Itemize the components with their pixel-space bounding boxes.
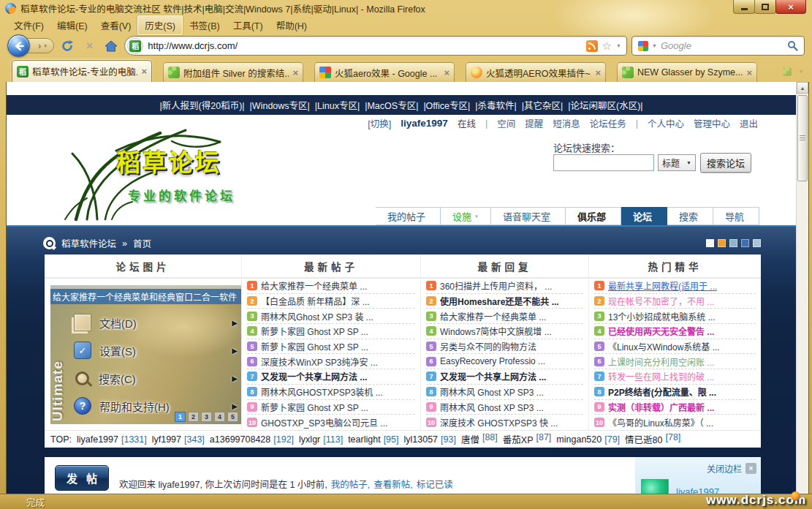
search-bar[interactable]: ▼ Google (631, 36, 805, 56)
top-user[interactable]: 情已逝80 [78] (625, 432, 680, 446)
post-item[interactable]: 8 雨林木风GHOSTXPSP3装机 ... (247, 385, 415, 400)
reply-title[interactable]: EasyRecovery Professio ... (440, 356, 545, 366)
user-bar-item[interactable]: 退出 (740, 116, 758, 130)
pagination-dot[interactable]: 5 (227, 412, 238, 422)
post-item[interactable]: 5 新萝卜家园 Ghost XP SP ... (247, 339, 415, 355)
top-user-name[interactable]: 情已逝80 (625, 432, 662, 446)
top-user-name[interactable]: a13699708428 (210, 434, 270, 445)
top-user[interactable]: 番茄XP [87] (503, 432, 552, 446)
user-bar-item[interactable]: | (636, 118, 638, 129)
top-user-name[interactable]: 唐僧 (461, 432, 479, 446)
menu-item[interactable]: 历史(S) (137, 15, 183, 35)
digest-title[interactable]: 上课时间充分利用空闲账 ... (608, 355, 714, 368)
digest-title[interactable]: 现在帐号不加密了，不用 ... (608, 295, 714, 307)
pagination-dot[interactable]: 4 (214, 412, 225, 422)
reply-item[interactable]: 7 又发现一个共享上网方法 ... (426, 369, 583, 385)
menu-item[interactable]: 文件(F) (7, 16, 50, 34)
bookmark-star-icon[interactable]: ☆ (602, 40, 612, 51)
browser-tab[interactable]: NEW Glasser by Szyme... × (617, 62, 757, 82)
tab-close-icon[interactable]: × (595, 67, 601, 78)
search-engine-caret-icon[interactable]: ▼ (652, 43, 657, 48)
minimize-button[interactable] (733, 0, 755, 14)
style-square[interactable] (753, 239, 761, 247)
reply-item[interactable]: 8 雨林木风 Ghost XP SP3 ... (426, 385, 583, 400)
home-button[interactable] (102, 37, 120, 55)
forum-nav-tab[interactable]: 俱乐部 (566, 207, 621, 225)
category-link[interactable]: |杀毒软件| (475, 98, 517, 112)
forum-nav-tab[interactable]: 我的帖子 (376, 207, 441, 225)
user-bar-item[interactable]: liyafe1997 (401, 118, 448, 129)
forum-nav-tab[interactable]: 导航 (713, 207, 759, 225)
search-forum-button[interactable]: 搜索论坛 (700, 153, 751, 173)
style-square[interactable] (718, 239, 726, 247)
digest-item[interactable]: 1 最新共享上网教程(适用于 ... (594, 279, 756, 294)
post-item[interactable]: 7 又发现一个共享上网方法 ... (247, 369, 415, 385)
post-title[interactable]: 给大家推荐一个经典菜单 ... (261, 279, 367, 292)
reply-title[interactable]: 另类与众不同的购物方法 (440, 340, 536, 352)
pagination-dot[interactable]: 3 (201, 412, 212, 422)
top-user-name[interactable]: lyl13057 (403, 434, 438, 445)
top-user-name[interactable]: tearlight (348, 434, 380, 445)
reply-title[interactable]: 雨林木风 Ghost XP SP3 ... (440, 385, 544, 398)
top-user-name[interactable]: liyafe1997 (77, 434, 118, 445)
user-bar-item[interactable]: 提醒 (525, 116, 543, 130)
reply-item[interactable]: 9 雨林木风 Ghost XP SP3 ... (426, 400, 583, 415)
reply-title[interactable]: 360扫描并上传用户资料， ... (440, 279, 552, 292)
quick-search-type-select[interactable]: 标题 ▼ (658, 154, 696, 171)
tab-close-icon[interactable]: × (746, 67, 752, 78)
stop-button[interactable]: × (80, 37, 98, 55)
menu-item[interactable]: 查看(V) (94, 16, 138, 34)
reply-title[interactable]: 深度技术 GHOSTXPSP3 快 ... (440, 416, 558, 429)
url-input[interactable]: http://www.dcrjs.com/ (148, 40, 581, 51)
post-title[interactable]: 新萝卜家园 Ghost XP SP ... (261, 325, 368, 337)
menu-item[interactable]: 编辑(E) (50, 16, 94, 34)
digest-title[interactable]: 最新共享上网教程(适用于 ... (608, 279, 717, 292)
user-bar-item[interactable]: 空间 (497, 116, 515, 130)
forum-nav-tab[interactable]: 语音聊天室 (491, 207, 566, 225)
user-bar-item[interactable]: [切换] (368, 116, 391, 130)
post-title[interactable]: 【白金品质 新年精品】深 ... (261, 295, 370, 307)
menu-item[interactable]: 书签(B) (183, 16, 227, 34)
pagination-dot[interactable]: 2 (188, 412, 199, 422)
post-title[interactable]: 新萝卜家园 Ghost XP SP ... (261, 401, 368, 413)
pagination-dot[interactable]: 1 (175, 412, 186, 422)
tab-list-caret-icon[interactable]: ▼ (799, 69, 803, 74)
category-link[interactable]: |论坛闲聊区(水区)| (568, 98, 642, 112)
forum-image-panel[interactable]: 给大家推荐一个经典菜单和经典窗口二合一软件 文档(D) ▶ (45, 279, 242, 430)
digest-item[interactable]: 9 实测（非转载）广西最新 ... (594, 400, 756, 415)
breadcrumb-site[interactable]: 稻草软件论坛 (61, 236, 116, 250)
top-user[interactable]: a13699708428 [192] (210, 434, 294, 445)
user-bar-item[interactable]: 管理中心 (694, 116, 730, 130)
reply-title[interactable]: 使用Homeshare还是不能共 ... (440, 295, 559, 307)
post-title[interactable]: 雨林木风Ghost XP SP3 装 ... (261, 310, 373, 323)
scrollbar-thumb[interactable] (797, 95, 808, 181)
top-user[interactable]: lyl13057 [93] (403, 434, 455, 445)
user-bar-item[interactable]: 短消息 (553, 116, 580, 130)
forum-nav-tab[interactable]: 搜索 (667, 207, 713, 225)
reply-title[interactable]: Windows7简体中文旗舰增 ... (440, 325, 552, 337)
top-user[interactable]: tearlight [95] (348, 434, 398, 445)
digest-item[interactable]: 3 13个小妙招成就电脑系统 ... (594, 309, 756, 324)
menu-item[interactable]: 帮助(H) (270, 16, 314, 34)
welcome-link[interactable]: 标记已读 (417, 480, 453, 490)
user-bar-item[interactable]: 论坛任务 (590, 116, 626, 130)
reply-item[interactable]: 2 使用Homeshare还是不能共 ... (426, 294, 583, 309)
reply-item[interactable]: 1 360扫描并上传用户资料， ... (426, 279, 583, 294)
search-magnifier-icon[interactable] (787, 40, 798, 51)
reply-item[interactable]: 3 给大家推荐一个经典菜单 ... (426, 309, 583, 324)
post-title[interactable]: 新萝卜家园 Ghost XP SP ... (261, 340, 368, 352)
reply-title[interactable]: 又发现一个共享上网方法 ... (440, 370, 546, 382)
category-link[interactable]: |Linux专区| (315, 98, 360, 112)
reply-item[interactable]: 10 深度技术 GHOSTXPSP3 快 ... (426, 415, 583, 430)
tab-close-icon[interactable]: × (141, 66, 147, 77)
vertical-scrollbar[interactable]: ▲ (796, 82, 808, 494)
site-identity[interactable]: 稻 (127, 38, 143, 54)
post-item[interactable]: 10 GHOSTXP_SP3电脑公司元旦 ... (247, 415, 415, 430)
digest-item[interactable]: 7 转发一些在网上找到的破 ... (594, 369, 756, 385)
digest-title[interactable]: 已经使用两天无安全警告 ... (608, 325, 714, 337)
welcome-link[interactable]: 查看新帖, (373, 480, 412, 490)
category-link[interactable]: |新人报到(得20稻币)| (159, 98, 244, 112)
user-bar-item[interactable]: 在线 (458, 116, 476, 130)
post-item[interactable]: 4 新萝卜家园 Ghost XP SP ... (247, 324, 415, 339)
digest-item[interactable]: 5 《Linux与XWindow系统基 ... (594, 339, 756, 355)
